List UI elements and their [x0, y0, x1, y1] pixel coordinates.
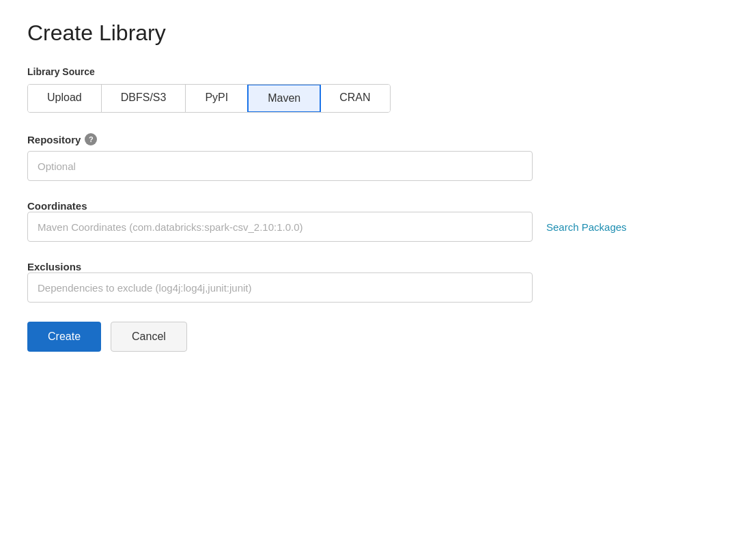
library-source-section: Library Source Upload DBFS/S3 PyPI Maven… — [27, 66, 705, 113]
tab-maven[interactable]: Maven — [247, 84, 321, 113]
tab-cran[interactable]: CRAN — [320, 85, 389, 112]
coordinates-section: Coordinates Search Packages — [27, 200, 705, 242]
tab-dbfs-s3[interactable]: DBFS/S3 — [102, 85, 186, 112]
exclusions-section: Exclusions — [27, 261, 705, 303]
tab-upload[interactable]: Upload — [28, 85, 102, 112]
library-source-label: Library Source — [27, 66, 705, 77]
search-packages-link[interactable]: Search Packages — [546, 221, 627, 233]
library-source-tabs: Upload DBFS/S3 PyPI Maven CRAN — [27, 84, 391, 113]
exclusions-input[interactable] — [27, 272, 533, 303]
repository-label: Repository — [27, 134, 81, 145]
coordinates-row: Search Packages — [27, 212, 705, 242]
coordinates-input[interactable] — [27, 212, 533, 242]
button-row: Create Cancel — [27, 322, 705, 352]
create-button[interactable]: Create — [27, 322, 101, 352]
tab-pypi[interactable]: PyPI — [186, 85, 248, 112]
repository-section: Repository ? — [27, 133, 705, 181]
coordinates-label: Coordinates — [27, 200, 705, 212]
exclusions-label: Exclusions — [27, 261, 705, 272]
repository-help-icon[interactable]: ? — [85, 133, 97, 145]
repository-input[interactable] — [27, 151, 533, 181]
repository-label-row: Repository ? — [27, 133, 705, 145]
page-title: Create Library — [27, 20, 705, 46]
cancel-button[interactable]: Cancel — [111, 322, 187, 352]
